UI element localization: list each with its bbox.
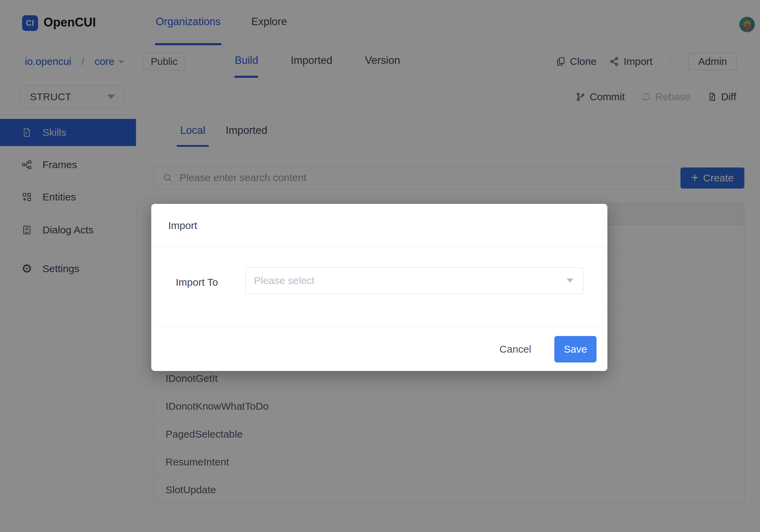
import-to-label: Import To	[176, 277, 218, 288]
import-modal: Import Import To Please select Cancel Sa…	[151, 204, 607, 371]
save-button[interactable]: Save	[554, 336, 597, 362]
modal-footer: Cancel Save	[151, 327, 607, 371]
select-placeholder: Please select	[254, 275, 567, 286]
select-caret-icon	[567, 279, 573, 283]
modal-title: Import	[168, 220, 197, 231]
import-to-select[interactable]: Please select	[245, 267, 583, 294]
cancel-button[interactable]: Cancel	[492, 340, 539, 358]
modal-header: Import	[151, 204, 607, 247]
modal-body: Import To Please select	[151, 247, 607, 327]
opencui-app: CI OpenCUI Organizations Explore io.open…	[0, 0, 760, 532]
